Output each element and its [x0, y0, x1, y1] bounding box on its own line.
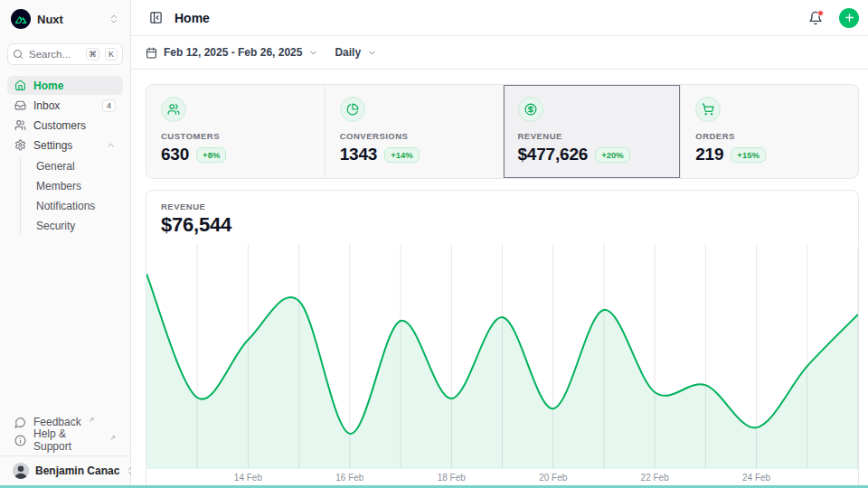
x-tick: 24 Feb — [742, 473, 770, 483]
sidebar-nav: Home Inbox 4 Customers Settings — [7, 76, 123, 236]
stat-delta-badge: +14% — [384, 147, 420, 163]
sidebar-item-label: Customers — [33, 119, 116, 132]
main-pane: Home Feb 12, 2025 - Feb 26, 2025 Daily — [131, 0, 868, 488]
page-title: Home — [175, 11, 794, 25]
chevron-down-icon — [367, 48, 377, 58]
inbox-icon — [14, 99, 26, 111]
sidebar-item-settings[interactable]: Settings — [7, 136, 123, 155]
plus-icon — [844, 12, 855, 23]
kbd-meta: ⌘ — [86, 48, 99, 61]
stat-value: 1343 — [340, 145, 377, 164]
x-tick: 20 Feb — [539, 473, 567, 483]
sidebar-item-inbox[interactable]: Inbox 4 — [7, 96, 123, 115]
sidebar-item-customers[interactable]: Customers — [7, 116, 123, 135]
stat-card-conversions[interactable]: CONVERSIONS 1343 +14% — [325, 85, 503, 178]
chart-metric-value: $76,544 — [161, 213, 844, 237]
stat-value: 630 — [161, 145, 189, 164]
settings-submenu: General Members Notifications Security — [20, 156, 123, 235]
sidebar-item-label: Settings — [33, 139, 99, 152]
info-circle-icon — [14, 435, 26, 446]
stat-card-revenue[interactable]: REVENUE $477,626 +20% — [503, 85, 681, 178]
calendar-icon — [146, 47, 157, 59]
sidebar-item-help-support[interactable]: Help & Support ↗ — [7, 431, 123, 449]
x-tick: 16 Feb — [335, 473, 363, 483]
users-icon — [161, 97, 186, 122]
sidebar-item-home[interactable]: Home — [7, 76, 123, 95]
user-menu[interactable]: Benjamin Canac — [7, 456, 123, 481]
collapse-sidebar-icon[interactable] — [146, 8, 165, 28]
chart-header: REVENUE $76,544 — [146, 191, 858, 244]
notification-dot — [817, 10, 824, 16]
x-tick: 22 Feb — [641, 473, 669, 483]
stat-delta-badge: +20% — [595, 147, 630, 163]
sidebar-subitem-notifications[interactable]: Notifications — [33, 196, 123, 215]
granularity-select[interactable]: Daily — [335, 46, 377, 59]
stat-value: $477,626 — [518, 145, 589, 164]
sidebar-subitem-members[interactable]: Members — [33, 176, 123, 195]
search-icon — [13, 49, 24, 60]
chevrons-up-down-icon — [108, 14, 119, 24]
sidebar-item-label: Help & Support — [33, 427, 102, 453]
filter-toolbar: Feb 12, 2025 - Feb 26, 2025 Daily — [131, 36, 868, 70]
sidebar: Nuxt Search... ⌘ K Home — [0, 0, 131, 488]
nuxt-logo-icon — [11, 9, 31, 29]
cart-icon — [695, 97, 721, 122]
stat-value: 219 — [695, 145, 723, 164]
x-tick: 18 Feb — [438, 473, 466, 483]
search-input[interactable]: Search... ⌘ K — [7, 43, 123, 65]
sidebar-item-label: Home — [33, 80, 116, 92]
avatar — [13, 463, 29, 479]
add-button[interactable] — [839, 8, 859, 28]
revenue-chart-card: REVENUE $76,544 14 Feb 16 Feb 18 Feb 20 … — [146, 190, 859, 488]
x-tick: 14 Feb — [234, 473, 262, 483]
dashboard-app: Nuxt Search... ⌘ K Home — [0, 0, 868, 488]
stat-label: CONVERSIONS — [340, 131, 488, 141]
gear-icon — [14, 139, 26, 151]
stat-delta-badge: +8% — [196, 147, 226, 163]
users-icon — [14, 119, 26, 131]
notifications-button[interactable] — [803, 5, 828, 31]
stat-delta-badge: +15% — [731, 147, 766, 163]
stat-label: ORDERS — [695, 131, 844, 141]
granularity-label: Daily — [335, 46, 361, 59]
workspace-switcher[interactable]: Nuxt — [7, 7, 123, 31]
user-name: Benjamin Canac — [35, 465, 119, 477]
stat-card-orders[interactable]: ORDERS 219 +15% — [680, 85, 858, 178]
external-link-icon: ↗ — [89, 416, 95, 424]
stat-card-customers[interactable]: CUSTOMERS 630 +8% — [146, 85, 325, 178]
date-range-picker[interactable]: Feb 12, 2025 - Feb 26, 2025 — [146, 46, 318, 59]
external-link-icon: ↗ — [109, 434, 116, 442]
workspace-name: Nuxt — [37, 13, 102, 26]
inbox-count-badge: 4 — [102, 99, 116, 112]
stat-label: CUSTOMERS — [161, 131, 310, 141]
home-icon — [14, 80, 26, 91]
chart-metric-label: REVENUE — [161, 202, 844, 211]
sidebar-subitem-general[interactable]: General — [33, 156, 123, 175]
stats-row: CUSTOMERS 630 +8% CONVERSIONS 1343 +14% — [146, 84, 859, 179]
dollar-circle-icon — [518, 97, 543, 122]
chevron-down-icon — [308, 48, 318, 58]
sidebar-item-label: Inbox — [33, 99, 95, 112]
chat-bubble-icon — [14, 417, 26, 428]
dashboard-content: CUSTOMERS 630 +8% CONVERSIONS 1343 +14% — [131, 70, 868, 488]
stat-label: REVENUE — [518, 131, 666, 141]
date-range-label: Feb 12, 2025 - Feb 26, 2025 — [164, 46, 302, 59]
chart-canvas — [146, 244, 858, 469]
sidebar-item-label: Feedback — [33, 416, 81, 428]
revenue-area-chart[interactable] — [146, 244, 858, 469]
kbd-k: K — [105, 48, 118, 61]
sidebar-subitem-security[interactable]: Security — [33, 216, 123, 235]
search-placeholder: Search... — [29, 49, 80, 60]
top-header: Home — [131, 0, 868, 36]
pie-chart-icon — [340, 97, 365, 122]
chevron-up-icon — [106, 140, 116, 150]
